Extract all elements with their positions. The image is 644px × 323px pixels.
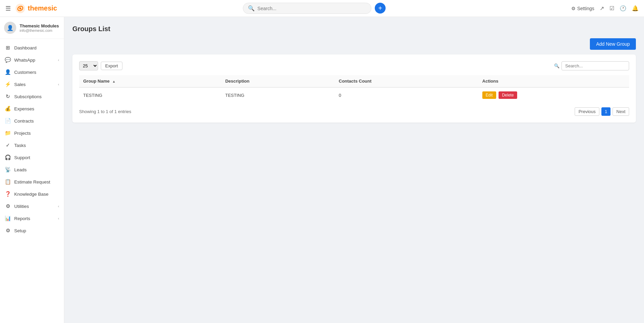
setup-icon: ⚙ [5,228,11,234]
chevron-icon: ‹ [58,58,59,62]
sidebar-item-setup[interactable]: ⚙ Setup [0,224,64,237]
table-header-row: Group Name ▲ Description Contacts Count … [79,75,629,87]
table-search: 🔍 [554,61,629,70]
search-input[interactable] [257,6,366,11]
sidebar-item-dashboard[interactable]: ⊞ Dashboard [0,42,64,54]
user-profile: 👤 Themesic Modules info@themesic.com [0,17,64,39]
table-controls: 25 10 50 100 Export 🔍 [79,61,629,70]
expenses-icon: 💰 [5,106,11,112]
table-search-input[interactable] [561,61,629,70]
whatsapp-icon: 💬 [5,57,11,63]
contracts-icon: 📄 [5,118,11,124]
user-email: info@themesic.com [20,28,59,33]
logo-icon [15,3,26,14]
cell-actions: Edit Delete [478,87,629,103]
sidebar-item-expenses[interactable]: 💰 Expenses [0,103,64,115]
sidebar-item-projects[interactable]: 📁 Projects [0,127,64,139]
settings-link[interactable]: ⚙ Settings [571,6,594,11]
user-info: Themesic Modules info@themesic.com [20,23,59,33]
svg-point-2 [19,7,21,9]
sales-icon: ⚡ [5,81,11,87]
sidebar-item-customers[interactable]: 👤 Customers [0,66,64,78]
previous-page-button[interactable]: Previous [575,107,599,116]
topnav-right: ⚙ Settings ↗ ☑ 🕐 🔔 [571,5,639,12]
sidebar-item-support[interactable]: 🎧 Support [0,151,64,164]
sidebar-item-label: Reports [14,216,30,221]
sidebar-item-label: Sales [14,82,26,87]
tasks-icon: ✓ [5,142,11,148]
chevron-icon: ‹ [58,204,59,208]
sidebar-item-label: Subscriptions [14,94,42,99]
sidebar-item-utilities[interactable]: ⚙ Utilities ‹ [0,200,64,212]
search-bar: 🔍 [243,3,371,14]
col-actions: Actions [478,75,629,87]
cell-description: TESTING [221,87,335,103]
support-icon: 🎧 [5,154,11,160]
add-new-group-button[interactable]: Add New Group [590,38,636,50]
showing-text: Showing 1 to 1 of 1 entries [79,109,131,114]
hamburger-icon[interactable]: ☰ [5,5,11,12]
customers-icon: 👤 [5,69,11,75]
sidebar-item-label: Leads [14,167,27,172]
sidebar-item-label: Estimate Request [14,179,50,185]
per-page-select[interactable]: 25 10 50 100 [79,61,98,70]
sort-icon: ▲ [112,80,116,83]
sidebar-item-label: Expenses [14,106,34,111]
sidebar-item-label: Setup [14,228,26,233]
utilities-icon: ⚙ [5,203,11,209]
sidebar-item-label: Tasks [14,143,26,148]
sidebar-item-subscriptions[interactable]: ↻ Subscriptions [0,90,64,103]
top-bar: Add New Group [72,38,636,50]
sidebar-item-label: WhatsApp [14,58,35,63]
settings-label: Settings [577,6,594,11]
delete-button[interactable]: Delete [499,91,517,99]
check-icon[interactable]: ☑ [610,5,614,12]
table-footer: Showing 1 to 1 of 1 entries Previous 1 N… [79,107,629,116]
add-button[interactable]: + [375,3,386,14]
topnav: ☰ themesic 🔍 + ⚙ Settings ↗ ☑ 🕐 🔔 [0,0,644,17]
export-button[interactable]: Export [101,62,122,70]
main-layout: 👤 Themesic Modules info@themesic.com ⊞ D… [0,17,644,323]
sidebar-item-tasks[interactable]: ✓ Tasks [0,139,64,151]
sidebar-item-label: Knowledge Base [14,192,48,197]
edit-button[interactable]: Edit [482,91,496,99]
current-page[interactable]: 1 [601,107,611,116]
bell-icon[interactable]: 🔔 [632,5,639,12]
estimate-request-icon: 📋 [5,179,11,185]
sidebar-item-label: Customers [14,70,36,75]
subscriptions-icon: ↻ [5,93,11,100]
cell-contacts-count: 0 [335,87,478,103]
leads-icon: 📡 [5,167,11,173]
table-head: Group Name ▲ Description Contacts Count … [79,75,629,87]
sidebar-item-label: Support [14,155,30,160]
sidebar-item-contracts[interactable]: 📄 Contracts [0,115,64,127]
clock-icon[interactable]: 🕐 [620,5,626,12]
content: Groups List Add New Group 25 10 50 100 E… [64,17,644,323]
sidebar-item-label: Contracts [14,119,34,124]
user-name: Themesic Modules [20,23,59,28]
chevron-icon: ‹ [58,82,59,86]
next-page-button[interactable]: Next [613,107,629,116]
table-row: TESTING TESTING 0 Edit Delete [79,87,629,103]
col-contacts-count: Contacts Count [335,75,478,87]
projects-icon: 📁 [5,130,11,136]
sidebar: 👤 Themesic Modules info@themesic.com ⊞ D… [0,17,64,323]
sidebar-item-leads[interactable]: 📡 Leads [0,164,64,176]
logo[interactable]: themesic [15,3,57,14]
sidebar-item-sales[interactable]: ⚡ Sales ‹ [0,78,64,90]
sidebar-item-label: Projects [14,131,31,136]
groups-card: 25 10 50 100 Export 🔍 Group Name [72,55,636,123]
knowledge-base-icon: ❓ [5,191,11,197]
sidebar-item-reports[interactable]: 📊 Reports ‹ [0,212,64,224]
avatar: 👤 [4,22,16,34]
sidebar-item-estimate-request[interactable]: 📋 Estimate Request [0,176,64,188]
search-icon: 🔍 [248,5,255,12]
sidebar-item-label: Utilities [14,204,29,209]
sidebar-item-knowledge-base[interactable]: ❓ Knowledge Base [0,188,64,200]
reports-icon: 📊 [5,215,11,221]
chevron-icon: ‹ [58,216,59,220]
logo-text: themesic [28,4,57,12]
topnav-center: 🔍 + [57,3,572,14]
sidebar-item-whatsapp[interactable]: 💬 WhatsApp ‹ [0,54,64,66]
share-icon[interactable]: ↗ [600,5,604,12]
